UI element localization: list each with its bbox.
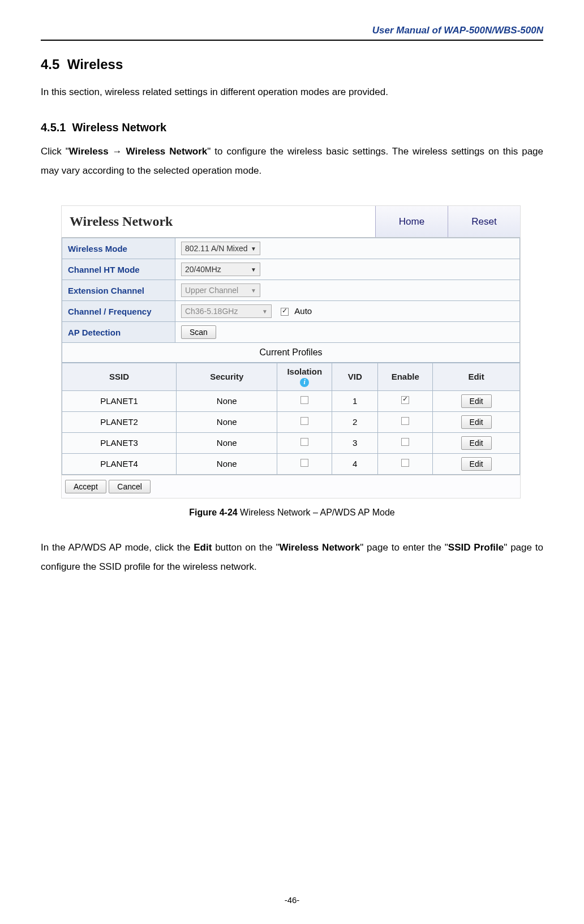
profiles-table: SSID Security Isolation i VID Enable Edi… — [62, 363, 520, 475]
wireless-network-panel: Wireless Network Home Reset Wireless Mod… — [61, 205, 521, 498]
chevron-down-icon: ▼ — [262, 308, 268, 315]
col-ssid: SSID — [62, 363, 177, 391]
profile-security: None — [177, 411, 277, 432]
profile-ssid: PLANET1 — [62, 390, 177, 411]
col-edit: Edit — [433, 363, 520, 391]
extension-channel-label: Extension Channel — [62, 280, 175, 301]
subsection-heading: 4.5.1 Wireless Network — [41, 121, 543, 134]
profile-vid: 4 — [332, 453, 378, 474]
table-row: PLANET3None3Edit — [62, 432, 520, 453]
cancel-button[interactable]: Cancel — [109, 480, 151, 493]
section-title: Wireless — [67, 57, 123, 72]
profile-vid: 2 — [332, 411, 378, 432]
enable-checkbox[interactable] — [401, 396, 409, 404]
section-heading: 4.5 Wireless — [41, 57, 543, 72]
isolation-checkbox[interactable] — [300, 417, 308, 425]
auto-checkbox[interactable] — [281, 308, 289, 316]
col-enable: Enable — [378, 363, 433, 391]
edit-button[interactable]: Edit — [461, 394, 492, 408]
profile-security: None — [177, 453, 277, 474]
scan-button[interactable]: Scan — [181, 325, 216, 339]
document-header: User Manual of WAP-500N/WBS-500N — [41, 25, 543, 41]
channel-ht-mode-label: Channel HT Mode — [62, 259, 175, 280]
chevron-down-icon: ▼ — [251, 246, 256, 252]
edit-button[interactable]: Edit — [461, 436, 492, 450]
subsection-title: Wireless Network — [72, 121, 167, 134]
edit-button[interactable]: Edit — [461, 415, 492, 429]
enable-checkbox[interactable] — [401, 417, 409, 425]
profile-ssid: PLANET4 — [62, 453, 177, 474]
profile-vid: 3 — [332, 432, 378, 453]
panel-title: Wireless Network — [62, 214, 375, 229]
table-row: PLANET4None4Edit — [62, 453, 520, 474]
page-number: -46- — [0, 895, 584, 905]
channel-ht-mode-select[interactable]: 20/40MHz ▼ — [181, 263, 260, 276]
channel-frequency-select[interactable]: Ch36-5.18GHz ▼ — [181, 304, 272, 318]
profile-ssid: PLANET3 — [62, 432, 177, 453]
section-intro-paragraph: In this section, wireless related settin… — [41, 83, 543, 102]
profile-security: None — [177, 432, 277, 453]
col-vid: VID — [332, 363, 378, 391]
channel-frequency-label: Channel / Frequency — [62, 301, 175, 322]
accept-button[interactable]: Accept — [65, 480, 106, 493]
figure-caption: Figure 4-24 Wireless Network – AP/WDS AP… — [41, 508, 543, 518]
follow-paragraph: In the AP/WDS AP mode, click the Edit bu… — [41, 538, 543, 577]
chevron-down-icon: ▼ — [251, 287, 256, 294]
subsection-number: 4.5.1 — [41, 121, 66, 134]
col-security: Security — [177, 363, 277, 391]
section-number: 4.5 — [41, 57, 59, 72]
profile-security: None — [177, 390, 277, 411]
isolation-checkbox[interactable] — [300, 396, 308, 404]
ap-detection-label: AP Detection — [62, 322, 175, 343]
enable-checkbox[interactable] — [401, 459, 409, 467]
wireless-mode-label: Wireless Mode — [62, 238, 175, 259]
subsection-body-paragraph: Click "Wireless → Wireless Network" to c… — [41, 142, 543, 180]
profile-vid: 1 — [332, 390, 378, 411]
table-row: PLANET2None2Edit — [62, 411, 520, 432]
wireless-mode-select[interactable]: 802.11 A/N Mixed ▼ — [181, 242, 260, 255]
home-button[interactable]: Home — [375, 206, 448, 237]
chevron-down-icon: ▼ — [251, 267, 256, 273]
extension-channel-select[interactable]: Upper Channel ▼ — [181, 283, 260, 297]
info-icon[interactable]: i — [300, 378, 309, 387]
profile-ssid: PLANET2 — [62, 411, 177, 432]
isolation-checkbox[interactable] — [300, 459, 308, 467]
auto-label: Auto — [294, 306, 312, 316]
current-profiles-header: Current Profiles — [62, 343, 520, 363]
isolation-checkbox[interactable] — [300, 438, 308, 446]
reset-button[interactable]: Reset — [448, 206, 520, 237]
edit-button[interactable]: Edit — [461, 457, 492, 471]
enable-checkbox[interactable] — [401, 438, 409, 446]
col-isolation: Isolation i — [277, 363, 332, 391]
table-row: PLANET1None1Edit — [62, 390, 520, 411]
